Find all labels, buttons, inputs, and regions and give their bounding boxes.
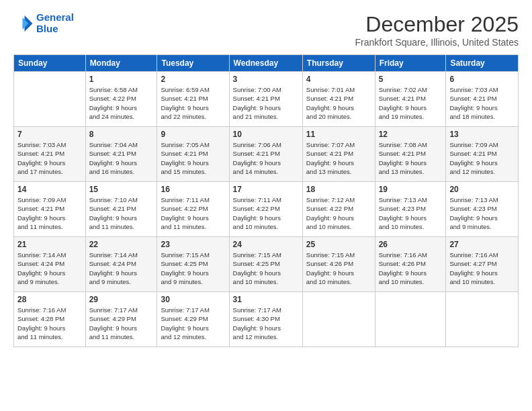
day-info: Sunrise: 7:06 AM Sunset: 4:21 PM Dayligh… (233, 140, 299, 176)
day-info: Sunrise: 7:15 AM Sunset: 4:25 PM Dayligh… (233, 250, 299, 286)
day-number: 13 (449, 130, 515, 139)
day-number: 30 (161, 295, 225, 304)
day-number: 3 (233, 75, 299, 84)
day-info: Sunrise: 7:11 AM Sunset: 4:22 PM Dayligh… (233, 195, 299, 231)
day-info: Sunrise: 7:15 AM Sunset: 4:25 PM Dayligh… (161, 250, 225, 286)
calendar-cell: 14Sunrise: 7:09 AM Sunset: 4:21 PM Dayli… (14, 182, 86, 237)
page: General Blue December 2025 Frankfort Squ… (0, 0, 532, 411)
logo-line1: General (36, 11, 74, 23)
calendar-week-row: 1Sunrise: 6:58 AM Sunset: 4:22 PM Daylig… (14, 72, 519, 127)
title-block: December 2025 Frankfort Square, Illinois… (355, 12, 519, 48)
day-number: 9 (161, 130, 225, 139)
day-info: Sunrise: 7:00 AM Sunset: 4:21 PM Dayligh… (233, 85, 299, 121)
weekday-header: Thursday (302, 55, 375, 72)
calendar-cell (446, 292, 519, 347)
day-info: Sunrise: 7:03 AM Sunset: 4:21 PM Dayligh… (17, 140, 82, 176)
day-number: 31 (233, 295, 299, 304)
day-info: Sunrise: 7:11 AM Sunset: 4:22 PM Dayligh… (161, 195, 225, 231)
day-info: Sunrise: 7:12 AM Sunset: 4:22 PM Dayligh… (306, 195, 371, 231)
calendar-cell: 26Sunrise: 7:16 AM Sunset: 4:26 PM Dayli… (375, 237, 446, 292)
day-number: 23 (161, 240, 225, 249)
calendar-cell: 21Sunrise: 7:14 AM Sunset: 4:24 PM Dayli… (14, 237, 86, 292)
calendar-cell: 25Sunrise: 7:15 AM Sunset: 4:26 PM Dayli… (302, 237, 375, 292)
day-info: Sunrise: 7:15 AM Sunset: 4:26 PM Dayligh… (306, 250, 371, 286)
calendar-cell: 3Sunrise: 7:00 AM Sunset: 4:21 PM Daylig… (229, 72, 302, 127)
day-number: 24 (233, 240, 299, 249)
calendar-cell: 17Sunrise: 7:11 AM Sunset: 4:22 PM Dayli… (229, 182, 302, 237)
calendar-cell: 8Sunrise: 7:04 AM Sunset: 4:21 PM Daylig… (85, 127, 157, 182)
day-number: 28 (17, 295, 82, 304)
calendar-cell: 20Sunrise: 7:13 AM Sunset: 4:23 PM Dayli… (446, 182, 519, 237)
calendar-week-row: 14Sunrise: 7:09 AM Sunset: 4:21 PM Dayli… (14, 182, 519, 237)
calendar-cell: 15Sunrise: 7:10 AM Sunset: 4:21 PM Dayli… (85, 182, 157, 237)
logo: General Blue (13, 12, 74, 34)
day-info: Sunrise: 7:16 AM Sunset: 4:28 PM Dayligh… (17, 306, 82, 341)
calendar-cell (375, 292, 446, 347)
day-info: Sunrise: 7:17 AM Sunset: 4:30 PM Dayligh… (233, 306, 299, 341)
logo-line2: Blue (36, 23, 58, 34)
day-number: 2 (161, 75, 225, 84)
day-info: Sunrise: 7:14 AM Sunset: 4:24 PM Dayligh… (17, 250, 82, 286)
day-info: Sunrise: 7:16 AM Sunset: 4:27 PM Dayligh… (449, 250, 515, 286)
calendar-cell: 27Sunrise: 7:16 AM Sunset: 4:27 PM Dayli… (446, 237, 519, 292)
day-info: Sunrise: 7:09 AM Sunset: 4:21 PM Dayligh… (449, 140, 515, 176)
calendar-cell: 4Sunrise: 7:01 AM Sunset: 4:21 PM Daylig… (302, 72, 375, 127)
day-info: Sunrise: 7:01 AM Sunset: 4:21 PM Dayligh… (306, 85, 371, 121)
calendar-cell: 19Sunrise: 7:13 AM Sunset: 4:23 PM Dayli… (375, 182, 446, 237)
logo-icon (13, 13, 34, 34)
logo-text: General Blue (36, 12, 74, 34)
calendar-cell: 7Sunrise: 7:03 AM Sunset: 4:21 PM Daylig… (14, 127, 86, 182)
day-info: Sunrise: 7:17 AM Sunset: 4:29 PM Dayligh… (161, 306, 225, 341)
day-info: Sunrise: 7:13 AM Sunset: 4:23 PM Dayligh… (449, 195, 515, 231)
calendar-cell: 22Sunrise: 7:14 AM Sunset: 4:24 PM Dayli… (85, 237, 157, 292)
day-number: 6 (449, 75, 515, 84)
month-title: December 2025 (355, 12, 519, 37)
day-number: 5 (379, 75, 443, 84)
calendar-cell: 6Sunrise: 7:03 AM Sunset: 4:21 PM Daylig… (446, 72, 519, 127)
day-info: Sunrise: 7:16 AM Sunset: 4:26 PM Dayligh… (379, 250, 443, 286)
day-info: Sunrise: 7:09 AM Sunset: 4:21 PM Dayligh… (17, 195, 82, 231)
day-info: Sunrise: 6:58 AM Sunset: 4:22 PM Dayligh… (89, 85, 154, 121)
day-number: 18 (306, 185, 371, 194)
day-number: 12 (379, 130, 443, 139)
day-info: Sunrise: 7:02 AM Sunset: 4:21 PM Dayligh… (379, 85, 443, 121)
calendar-cell: 1Sunrise: 6:58 AM Sunset: 4:22 PM Daylig… (85, 72, 157, 127)
day-number: 22 (89, 240, 154, 249)
day-number: 8 (89, 130, 154, 139)
calendar-table: SundayMondayTuesdayWednesdayThursdayFrid… (13, 54, 519, 347)
day-number: 1 (89, 75, 154, 84)
day-info: Sunrise: 7:14 AM Sunset: 4:24 PM Dayligh… (89, 250, 154, 286)
day-number: 20 (449, 185, 515, 194)
calendar-cell: 28Sunrise: 7:16 AM Sunset: 4:28 PM Dayli… (14, 292, 86, 347)
day-number: 19 (379, 185, 443, 194)
calendar-cell (14, 72, 86, 127)
day-info: Sunrise: 7:08 AM Sunset: 4:21 PM Dayligh… (379, 140, 443, 176)
weekday-header: Saturday (446, 55, 519, 72)
calendar-week-row: 28Sunrise: 7:16 AM Sunset: 4:28 PM Dayli… (14, 292, 519, 347)
day-info: Sunrise: 7:17 AM Sunset: 4:29 PM Dayligh… (89, 306, 154, 341)
calendar-cell: 5Sunrise: 7:02 AM Sunset: 4:21 PM Daylig… (375, 72, 446, 127)
day-number: 7 (17, 130, 82, 139)
calendar-cell: 10Sunrise: 7:06 AM Sunset: 4:21 PM Dayli… (229, 127, 302, 182)
calendar-cell: 24Sunrise: 7:15 AM Sunset: 4:25 PM Dayli… (229, 237, 302, 292)
day-number: 4 (306, 75, 371, 84)
day-info: Sunrise: 7:10 AM Sunset: 4:21 PM Dayligh… (89, 195, 154, 231)
day-info: Sunrise: 6:59 AM Sunset: 4:21 PM Dayligh… (161, 85, 225, 121)
calendar-cell: 11Sunrise: 7:07 AM Sunset: 4:21 PM Dayli… (302, 127, 375, 182)
header: General Blue December 2025 Frankfort Squ… (13, 12, 519, 48)
calendar-cell: 9Sunrise: 7:05 AM Sunset: 4:21 PM Daylig… (157, 127, 229, 182)
calendar-cell: 13Sunrise: 7:09 AM Sunset: 4:21 PM Dayli… (446, 127, 519, 182)
day-number: 17 (233, 185, 299, 194)
day-number: 10 (233, 130, 299, 139)
calendar-cell: 18Sunrise: 7:12 AM Sunset: 4:22 PM Dayli… (302, 182, 375, 237)
day-number: 27 (449, 240, 515, 249)
weekday-header: Sunday (14, 55, 86, 72)
day-info: Sunrise: 7:13 AM Sunset: 4:23 PM Dayligh… (379, 195, 443, 231)
calendar-cell: 31Sunrise: 7:17 AM Sunset: 4:30 PM Dayli… (229, 292, 302, 347)
day-number: 25 (306, 240, 371, 249)
day-number: 21 (17, 240, 82, 249)
calendar-cell: 16Sunrise: 7:11 AM Sunset: 4:22 PM Dayli… (157, 182, 229, 237)
location: Frankfort Square, Illinois, United State… (355, 37, 519, 48)
calendar-cell: 23Sunrise: 7:15 AM Sunset: 4:25 PM Dayli… (157, 237, 229, 292)
day-info: Sunrise: 7:05 AM Sunset: 4:21 PM Dayligh… (161, 140, 225, 176)
